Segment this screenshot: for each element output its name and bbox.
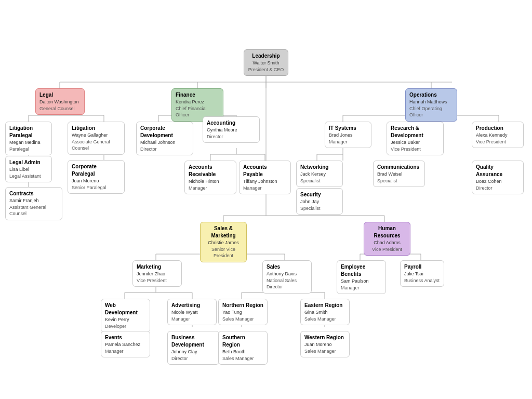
node-accounting: Accounting Cynthia Moore Director (203, 116, 260, 143)
node-networking: Networking Jack Kersey Specialist (296, 161, 343, 187)
node-western-region: Western Region Juan Moreno Sales Manager (300, 331, 350, 357)
node-corp-paralegal: Corporate Paralegal Juan Moreno Senior P… (68, 160, 125, 194)
node-legal: Legal Dalton Washington General Counsel (35, 88, 85, 115)
node-accts-receivable: Accounts Receivable Nichole Hinton Manag… (184, 161, 236, 194)
node-northern-region: Northern Region Yao Tung Sales Manager (218, 299, 268, 325)
org-chart: Leadership Walter Smith President & CEO … (0, 0, 532, 399)
node-marketing: Marketing Jennifer Zhao Vice President (132, 260, 182, 287)
node-security: Security John Jay Specialist (296, 188, 343, 215)
node-litigation: Litigation Wayne Gallagher Associate Gen… (68, 122, 125, 155)
node-quality-assurance: Quality Assurance Boaz Cohen Director (472, 161, 524, 194)
node-eastern-region: Eastern Region Gina Smith Sales Manager (300, 299, 350, 325)
node-contracts: Contracts Samir Franjeh Assistant Genera… (5, 187, 62, 220)
node-biz-dev: Business Development Johnny Clay Directo… (167, 331, 219, 365)
node-sales-marketing: Sales & Marketing Christie James Senior … (200, 222, 247, 262)
node-operations: Operations Hannah Matthews Chief Operati… (405, 88, 457, 122)
node-web-development: Web Development Kevin Perry Developer (101, 299, 150, 332)
node-payroll: Payroll Julie Tsai Business Analyst (400, 260, 444, 287)
node-accts-payable: Accounts Payable Tiffany Johnston Manage… (239, 161, 291, 194)
node-sales: Sales Anthony Davis National Sales Direc… (262, 260, 312, 294)
node-r-and-d: Research & Development Jessica Baker Vic… (387, 122, 444, 155)
node-southern-region: Southern Region Beth Booth Sales Manager (218, 331, 268, 365)
node-corp-dev: Corporate Development Michael Johnson Di… (136, 122, 193, 155)
node-lit-paralegal: Litigation Paralegal Megan Medina Parale… (5, 122, 52, 155)
node-legal-admin: Legal Admin Lisa Libel Legal Assistant (5, 156, 52, 182)
node-leadership: Leadership Walter Smith President & CEO (244, 49, 288, 76)
node-it-systems: IT Systems Brad Jones Manager (325, 122, 371, 148)
node-human-resources: Human Resources Chad Adams Vice Presiden… (364, 222, 410, 256)
node-production: Production Alexa Kennedy Vice President (472, 122, 524, 148)
node-events: Events Pamela Sanchez Manager (101, 331, 150, 357)
node-employee-benefits: Employee Benefits Sam Paulson Manager (337, 260, 386, 294)
node-communications: Communications Brad Weisel Specialist (373, 161, 425, 187)
node-advertising: Advertising Nicole Wyatt Manager (167, 299, 217, 325)
